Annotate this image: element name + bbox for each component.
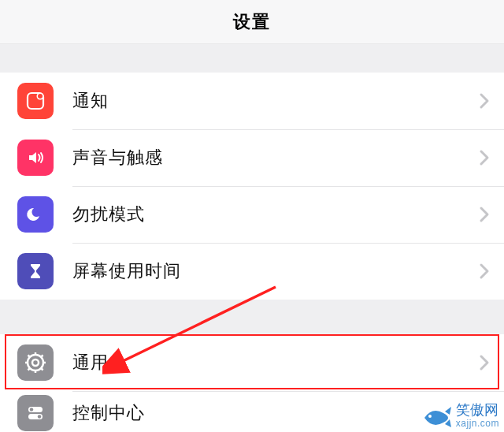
row-label: 屏幕使用时间 xyxy=(72,259,479,283)
notifications-icon xyxy=(17,83,54,119)
watermark-url: xajjn.com xyxy=(456,419,499,429)
toggles-icon xyxy=(17,395,54,431)
row-label: 勿扰模式 xyxy=(72,203,479,226)
moon-icon xyxy=(17,196,54,233)
section-gap xyxy=(0,300,504,334)
row-label: 通用 xyxy=(72,351,479,374)
section-gap xyxy=(0,44,504,73)
watermark-logo-icon xyxy=(421,404,453,429)
row-label: 声音与触感 xyxy=(72,146,479,169)
watermark: 笑傲网 xajjn.com xyxy=(421,403,499,429)
row-label: 通知 xyxy=(72,89,479,113)
svg-line-12 xyxy=(41,356,43,358)
row-notifications[interactable]: 通知 xyxy=(0,73,504,129)
row-general[interactable]: 通用 xyxy=(0,334,504,391)
settings-group-1: 通知 声音与触感 勿扰模式 屏幕使用时间 xyxy=(0,73,504,300)
chevron-right-icon xyxy=(479,263,490,280)
page-title: 设置 xyxy=(233,10,271,34)
row-screen-time[interactable]: 屏幕使用时间 xyxy=(0,243,504,300)
sound-icon xyxy=(17,140,54,176)
chevron-right-icon xyxy=(479,92,490,110)
chevron-right-icon xyxy=(479,354,490,371)
svg-line-11 xyxy=(28,368,31,371)
svg-line-9 xyxy=(28,356,31,358)
svg-point-16 xyxy=(38,415,41,418)
row-do-not-disturb[interactable]: 勿扰模式 xyxy=(0,186,504,243)
svg-point-4 xyxy=(32,359,39,366)
watermark-name: 笑傲网 xyxy=(456,403,499,419)
svg-point-14 xyxy=(30,408,33,411)
gear-icon xyxy=(17,344,54,381)
chevron-right-icon xyxy=(479,206,490,223)
svg-point-18 xyxy=(428,415,432,418)
settings-header: 设置 xyxy=(0,0,504,44)
svg-line-10 xyxy=(41,368,43,371)
hourglass-icon xyxy=(17,253,54,289)
row-sounds[interactable]: 声音与触感 xyxy=(0,129,504,186)
chevron-right-icon xyxy=(479,149,490,166)
svg-point-2 xyxy=(38,94,43,99)
